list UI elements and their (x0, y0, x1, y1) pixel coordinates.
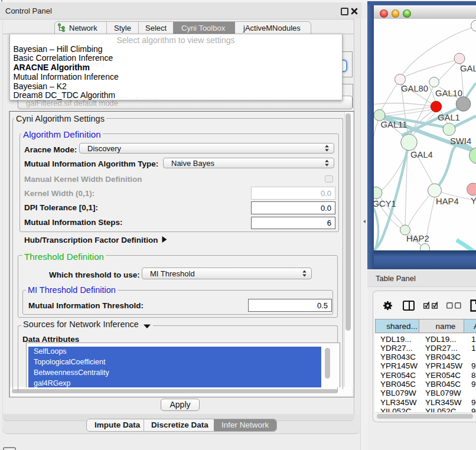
svg-text:HAP4: HAP4 (436, 197, 459, 206)
svg-text:HAP2: HAP2 (406, 234, 429, 243)
svg-text:Y: Y (471, 195, 476, 205)
svg-text:GAL: GAL (460, 63, 476, 73)
svg-text:GAL80: GAL80 (401, 83, 428, 93)
svg-text:GAL1: GAL1 (438, 112, 460, 122)
svg-text:GAL11: GAL11 (381, 120, 407, 129)
svg-text:GAL10: GAL10 (435, 89, 462, 98)
svg-text:GAL4: GAL4 (410, 150, 433, 159)
svg-text:GCY1: GCY1 (374, 198, 396, 208)
svg-text:SWI4: SWI4 (450, 136, 471, 146)
